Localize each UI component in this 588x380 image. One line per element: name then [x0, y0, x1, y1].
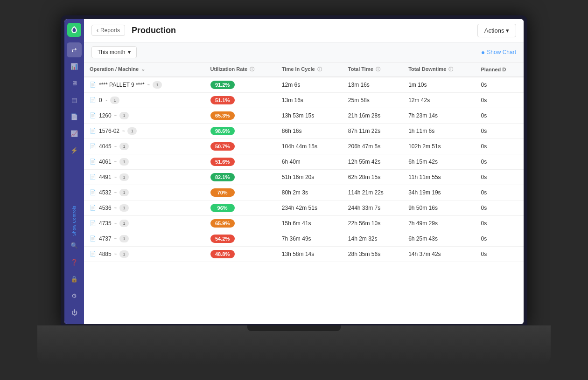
row-badge-2: 1 [119, 112, 129, 119]
row-badge-0: 1 [153, 81, 162, 89]
sort-icon-operation: ⌄ [141, 66, 145, 72]
cell-total-time-7: 114h 21m 22s [343, 185, 403, 200]
cell-operation-0: 📄 **** PALLET 9 **** ~ 1 [84, 77, 205, 93]
laptop-base [37, 325, 551, 365]
cell-time-in-cycle-10: 7h 36m 49s [276, 231, 343, 246]
actions-label: Actions ▾ [484, 27, 509, 34]
period-selector[interactable]: This month ▾ [91, 46, 137, 58]
col-header-planned: Planned D [476, 62, 524, 77]
table-row[interactable]: 📄 4536 ~ 1 96% 234h 42m 51s 244h 33m 7s … [84, 200, 524, 215]
cell-total-downtime-5: 6h 15m 42s [403, 154, 475, 169]
cell-planned-8: 0s [476, 200, 524, 215]
sidebar-bottom: 🔍 ❓ 🔒 ⚙ ⏻ [67, 238, 82, 320]
cell-utilization-10: 54.2% [205, 231, 276, 246]
row-arrow-4: ~ [114, 144, 117, 149]
cell-total-time-4: 206h 47m 5s [343, 138, 403, 154]
table-row[interactable]: 📄 1260 ~ 1 65.3% 13h 53m 15s 21h 16m 28s… [84, 108, 524, 123]
table-row[interactable]: 📄 4885 ~ 1 48.8% 13h 58m 14s 28h 35m 56s… [84, 246, 524, 262]
utilization-badge-2: 65.3% [210, 111, 235, 120]
cell-time-in-cycle-6: 51h 16m 20s [276, 169, 343, 185]
sidebar-item-layers[interactable]: ▤ [67, 93, 82, 108]
table-row[interactable]: 📄 0 ~ 1 51.1% 13m 16s 25m 58s 12m 42s 0s [84, 92, 524, 108]
sidebar-item-settings[interactable]: ⚙ [67, 289, 82, 304]
cell-utilization-8: 96% [205, 200, 276, 215]
row-name-11: 4885 [99, 251, 112, 257]
chevron-left-icon: ‹ [97, 27, 98, 34]
info-icon-total-time: ⓘ [376, 67, 380, 72]
filter-bar: This month ▾ ● Show Chart [84, 42, 524, 62]
utilization-badge-7: 70% [210, 188, 235, 197]
sidebar-item-filter[interactable]: ⇄ [67, 42, 82, 57]
row-name-6: 4491 [99, 174, 112, 180]
col-header-total-time: Total Time ⓘ [343, 62, 403, 77]
row-doc-icon-8: 📄 [90, 205, 96, 211]
sidebar-item-logout[interactable]: ⏻ [67, 305, 82, 320]
cell-planned-9: 0s [476, 215, 524, 231]
sidebar-item-analytics[interactable]: 📈 [67, 126, 82, 141]
col-header-time-in-cycle: Time In Cycle ⓘ [276, 62, 343, 77]
sidebar-item-monitor[interactable]: 🖥 [67, 76, 82, 91]
cell-total-downtime-6: 11h 11m 55s [403, 169, 475, 185]
row-doc-icon-10: 📄 [90, 235, 96, 242]
table-row[interactable]: 📄 4491 ~ 1 82.1% 51h 16m 20s 62h 28m 15s… [84, 169, 524, 185]
row-arrow-11: ~ [114, 252, 117, 256]
actions-button[interactable]: Actions ▾ [477, 24, 516, 37]
row-badge-6: 1 [119, 173, 129, 181]
cell-time-in-cycle-2: 13h 53m 15s [276, 108, 343, 123]
cell-total-downtime-4: 102h 2m 51s [403, 138, 475, 154]
row-name-2: 1260 [99, 112, 112, 119]
cell-total-time-1: 25m 58s [343, 92, 403, 108]
cell-utilization-7: 70% [205, 185, 276, 200]
row-badge-4: 1 [119, 143, 129, 150]
sidebar-item-search[interactable]: 🔍 [67, 238, 82, 253]
row-doc-icon-4: 📄 [90, 143, 96, 149]
main-content: ‹ Reports Production Actions ▾ This mont… [84, 19, 524, 324]
row-badge-9: 1 [119, 220, 129, 227]
cell-planned-1: 0s [476, 92, 524, 108]
row-name-5: 4061 [99, 159, 112, 165]
row-arrow-8: ~ [114, 206, 117, 210]
cell-total-time-6: 62h 28m 15s [343, 169, 403, 185]
utilization-badge-3: 98.6% [210, 127, 235, 135]
table-row[interactable]: 📄 4061 ~ 1 51.6% 6h 40m 12h 55m 42s 6h 1… [84, 154, 524, 169]
cell-time-in-cycle-1: 13m 16s [276, 92, 343, 108]
row-doc-icon-0: 📄 [90, 82, 96, 88]
cell-utilization-5: 51.6% [205, 154, 276, 169]
sidebar-item-file[interactable]: 📄 [67, 110, 82, 124]
table-row[interactable]: 📄 4737 ~ 1 54.2% 7h 36m 49s 14h 2m 32s 6… [84, 231, 524, 246]
cell-total-time-3: 87h 11m 22s [343, 123, 403, 138]
cell-total-downtime-1: 12m 42s [403, 92, 475, 108]
sidebar-item-lock[interactable]: 🔒 [67, 272, 82, 287]
table-row[interactable]: 📄 4045 ~ 1 50.7% 104h 44m 15s 206h 47m 5… [84, 138, 524, 154]
row-doc-icon-3: 📄 [90, 128, 96, 134]
row-badge-3: 1 [127, 127, 137, 135]
table-row[interactable]: 📄 **** PALLET 9 **** ~ 1 91.2% 12m 6s 13… [84, 77, 524, 93]
cell-planned-6: 0s [476, 169, 524, 185]
brand-logo[interactable] [67, 23, 81, 37]
chevron-down-icon: ▾ [128, 49, 131, 55]
row-arrow-5: ~ [114, 159, 117, 164]
sidebar-item-help[interactable]: ❓ [67, 255, 82, 270]
cell-operation-6: 📄 4491 ~ 1 [84, 169, 205, 185]
cell-operation-2: 📄 1260 ~ 1 [84, 108, 205, 123]
utilization-badge-6: 82.1% [210, 173, 235, 181]
cell-planned-4: 0s [476, 138, 524, 154]
table-row[interactable]: 📄 1576-02 ~ 1 98.6% 86h 16s 87h 11m 22s … [84, 123, 524, 138]
data-table-container[interactable]: Operation / Machine ⌄ Utilization Rate ⓘ… [84, 62, 524, 324]
cell-total-time-11: 28h 35m 56s [343, 246, 403, 262]
row-name-9: 4735 [99, 220, 112, 227]
sidebar-item-bolt[interactable]: ⚡ [67, 143, 82, 158]
table-row[interactable]: 📄 4735 ~ 1 65.9% 15h 6m 41s 22h 56m 10s … [84, 215, 524, 231]
cell-utilization-11: 48.8% [205, 246, 276, 262]
row-doc-icon-11: 📄 [90, 251, 96, 257]
back-to-reports-button[interactable]: ‹ Reports [91, 25, 125, 36]
utilization-badge-5: 51.6% [210, 158, 235, 166]
cell-utilization-0: 91.2% [205, 77, 276, 93]
cell-planned-0: 0s [476, 77, 524, 93]
sidebar-item-chart[interactable]: 📊 [67, 59, 82, 74]
row-arrow-3: ~ [122, 129, 125, 133]
show-chart-button[interactable]: ● Show Chart [481, 48, 516, 56]
col-header-operation[interactable]: Operation / Machine ⌄ [84, 62, 205, 77]
table-row[interactable]: 📄 4532 ~ 1 70% 80h 2m 3s 114h 21m 22s 34… [84, 185, 524, 200]
show-controls-toggle[interactable]: Show Controls [72, 206, 77, 236]
